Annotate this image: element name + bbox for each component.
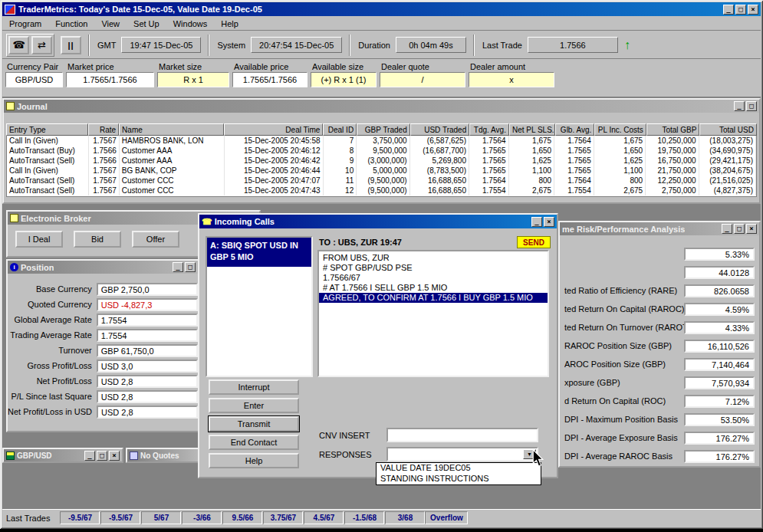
broker-button[interactable]: Bid	[74, 231, 121, 248]
no-quotes-title: No Quotes	[140, 452, 179, 460]
pause-button[interactable]: ||	[61, 36, 81, 54]
journal-column-header[interactable]: Deal ID	[323, 123, 357, 136]
journal-row[interactable]: AutoTransact (Sell) 1.7566 Customer AAA …	[7, 156, 756, 166]
risk-row: 44.0128	[560, 263, 759, 281]
journal-maximize-button[interactable]: □	[746, 101, 757, 111]
journal-column-header[interactable]: Name	[119, 123, 224, 136]
close-button[interactable]: ×	[748, 5, 758, 15]
send-button[interactable]: SEND	[517, 236, 551, 248]
journal-cell: 1.7567	[89, 136, 120, 146]
dialog-button[interactable]: Help	[209, 453, 299, 468]
menu-item[interactable]: Set Up	[127, 18, 166, 30]
journal-column-header[interactable]: Deal Time	[224, 123, 323, 136]
incoming-calls-titlebar[interactable]: ☎ Incoming Calls _ ×	[199, 215, 557, 228]
dialog-button[interactable]: Interrupt	[209, 379, 299, 395]
journal-column-header[interactable]: PL Inc. Costs	[594, 123, 646, 136]
risk-maximize-button[interactable]: □	[734, 224, 745, 234]
gbpusd-close-button[interactable]: ×	[109, 451, 120, 461]
risk-titlebar[interactable]: me Risk/Performance Analysis _ □ ×	[560, 222, 759, 235]
journal-column-header[interactable]: Entry Type	[6, 123, 88, 136]
journal-cell: 800	[594, 176, 646, 186]
market-column-value[interactable]: 1.7565/1.7566	[232, 72, 308, 87]
market-column-value[interactable]: R x 1	[157, 72, 229, 87]
system-time-display: 20:47:54 15-Dec-05	[251, 37, 342, 53]
journal-cell: 1.7565	[554, 156, 594, 166]
dropdown-option[interactable]: VALUE DATE 19DEC05	[377, 463, 541, 474]
message-line[interactable]: 1.7566/67	[319, 273, 548, 283]
minimize-button[interactable]: _	[723, 5, 734, 15]
journal-row[interactable]: Call In (Given) 1.7567 HAMBROS BANK, LON…	[7, 136, 756, 146]
gbpusd-maximize-button[interactable]: □	[97, 451, 107, 461]
to-line: TO : UBS, ZUR 19:47	[319, 238, 402, 247]
currency-exchange-button[interactable]: ⇄	[31, 36, 52, 54]
journal-column-header[interactable]: USD Traded	[410, 123, 470, 136]
journal-row[interactable]: AutoTransact (Sell) 1.7567 Customer CCC …	[7, 176, 756, 186]
gbpusd-titlebar[interactable]: GBP/USD _ □ ×	[4, 449, 122, 461]
dropdown-option[interactable]: STANDING INSTRUCTIONS	[377, 474, 541, 484]
electronic-broker-icon	[10, 214, 18, 222]
responses-combo[interactable]: ▼	[386, 447, 538, 461]
journal-row[interactable]: AutoTransact (Buy) 1.7566 Customer AAA 1…	[7, 146, 756, 156]
call-button-group: ☎ ⇄	[6, 34, 54, 57]
position-maximize-button[interactable]: □	[185, 262, 196, 272]
risk-row: DPI - Average Exposure Basis 176.27%	[560, 429, 759, 447]
dialog-button[interactable]: Transmit	[209, 416, 299, 432]
journal-row[interactable]: Call In (Given) 1.7567 BG BANK, COP 15-D…	[7, 166, 756, 176]
message-line[interactable]: # SPOT GBP/USD PSE	[319, 263, 548, 273]
journal-cell: Call In (Given)	[7, 136, 89, 146]
market-column-value[interactable]: 1.7565/1.7566	[66, 72, 154, 87]
journal-row[interactable]: AutoTransact (Sell) 1.7567 Customer CCC …	[7, 186, 756, 195]
journal-titlebar[interactable]: Journal _ □	[4, 100, 759, 113]
journal-column-header[interactable]: GBP Traded	[357, 123, 410, 136]
message-line[interactable]: AGREED, TO CONFIRM AT 1.7566 I BUY GBP 1…	[319, 293, 548, 303]
risk-minimize-button[interactable]: _	[722, 224, 732, 234]
toolbar-separator	[349, 34, 350, 56]
message-line[interactable]: # AT 1.7566 I SELL GBP 1.5 MIO	[319, 283, 548, 293]
menu-item[interactable]: View	[94, 18, 127, 30]
toolbar-separator	[473, 34, 475, 56]
position-minimize-button[interactable]: _	[173, 262, 183, 272]
journal-column-header[interactable]: Total USD	[699, 123, 757, 136]
menu-item[interactable]: Help	[214, 18, 245, 30]
position-window: i Position _ □ Base Currency GBP 2,750,0…	[6, 259, 199, 432]
gbpusd-minimize-button[interactable]: _	[84, 451, 95, 461]
menu-item[interactable]: Windows	[166, 18, 215, 30]
position-titlebar[interactable]: i Position _ □	[8, 261, 198, 274]
dialog-close-button[interactable]: ×	[544, 217, 554, 227]
broker-button[interactable]: I Deal	[15, 231, 63, 248]
risk-row-value: 16,110,526	[684, 340, 755, 353]
journal-cell: 10,250,000	[646, 136, 699, 146]
menu-item[interactable]: Program	[2, 18, 48, 30]
maximize-button[interactable]: □	[735, 5, 746, 15]
market-column-value[interactable]: GBP/USD	[5, 72, 63, 87]
journal-column-header[interactable]: Total GBP	[646, 123, 700, 136]
message-line[interactable]: FROM UBS, ZUR	[319, 253, 548, 263]
dialog-minimize-button[interactable]: _	[531, 217, 542, 227]
last-trade-panel: -9.5/67	[100, 511, 140, 524]
titlebar[interactable]: TraderMetrics: Today's Date 15-Dec-05, V…	[2, 2, 761, 16]
up-arrow-icon: ↑	[624, 40, 630, 51]
phone-button[interactable]: ☎	[8, 36, 29, 54]
broker-button[interactable]: Offer	[132, 231, 179, 248]
journal-cell: 2,675	[594, 186, 646, 195]
journal-column-header[interactable]: Tdg. Avg.	[469, 123, 509, 136]
message-text: # SPOT GBP/USD PSE	[323, 263, 413, 272]
market-column-value[interactable]: x	[469, 72, 554, 87]
journal-column-header[interactable]: Net PL SLS.	[509, 123, 555, 136]
journal-minimize-button[interactable]: _	[734, 101, 745, 111]
call-list-item[interactable]: A: SBIQ SPOT USD IN GBP 5 MIO	[207, 238, 311, 267]
journal-column-header[interactable]: Glb. Avg.	[555, 123, 595, 136]
risk-row: xposure (GBP) 7,570,934	[560, 373, 759, 392]
dialog-button[interactable]: Enter	[209, 398, 299, 413]
journal-cell: 3,750,000	[357, 136, 409, 146]
cnv-insert-input[interactable]	[386, 428, 538, 442]
market-column-value[interactable]: /	[380, 72, 465, 87]
risk-close-button[interactable]: ×	[746, 224, 757, 234]
position-row-label: Net Profit/Loss in USD	[8, 407, 97, 416]
dialog-button[interactable]: End Contact	[209, 435, 299, 450]
journal-cell: 1.7564	[469, 136, 509, 146]
market-column-value[interactable]: (+) R x 1 (1)	[311, 72, 377, 87]
no-quotes-titlebar[interactable]: No Quotes	[127, 449, 198, 461]
journal-column-header[interactable]: Rate	[88, 123, 119, 136]
menu-item[interactable]: Function	[48, 18, 94, 30]
